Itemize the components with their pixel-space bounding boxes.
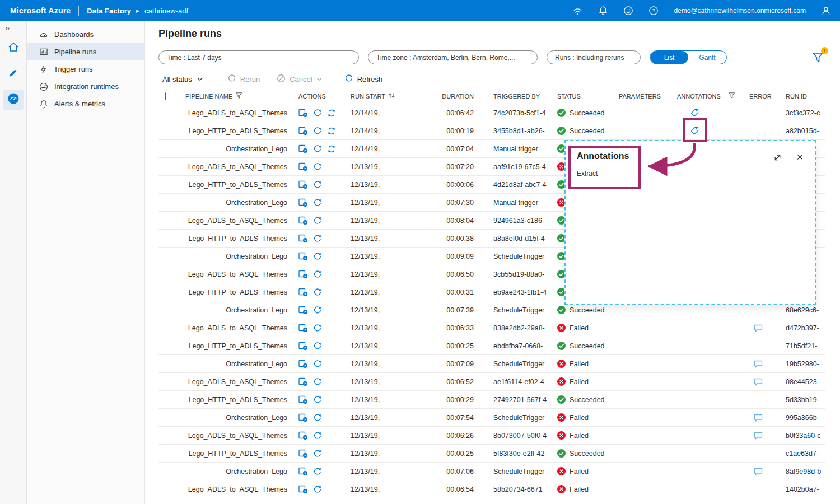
pipeline-name-link[interactable]: Lego_HTTP_to_ADLS_Themes xyxy=(181,181,287,189)
view-activity-runs-icon[interactable] xyxy=(298,144,308,153)
rail-item-home[interactable] xyxy=(3,38,24,58)
rerun-icon[interactable] xyxy=(313,377,322,386)
signal-icon[interactable] xyxy=(572,6,583,15)
rerun-icon[interactable] xyxy=(313,198,322,207)
view-activity-runs-icon[interactable] xyxy=(298,127,308,136)
rerun-icon[interactable] xyxy=(313,449,322,458)
col-triggered-by[interactable]: TRIGGERED BY xyxy=(493,93,540,100)
pipeline-name-link[interactable]: Lego_ADLS_to_ASQL_Themes xyxy=(181,432,287,440)
pipeline-name-link[interactable]: Orchestration_Lego xyxy=(181,145,287,153)
sidebar-item-pipeline-runs[interactable]: Pipeline runs xyxy=(27,43,144,60)
pipeline-name-link[interactable]: Lego_HTTP_to_ADLS_Themes xyxy=(181,235,287,242)
view-activity-runs-icon[interactable] xyxy=(298,449,308,458)
view-activity-runs-icon[interactable] xyxy=(298,413,308,422)
view-activity-runs-icon[interactable] xyxy=(298,109,308,118)
col-run-start[interactable]: RUN START xyxy=(351,93,385,100)
pipeline-name-link[interactable]: Lego_HTTP_to_ADLS_Themes xyxy=(181,396,287,404)
pipeline-name-link[interactable]: Lego_ADLS_to_ASQL_Themes xyxy=(181,324,287,332)
rerun-icon[interactable] xyxy=(313,413,322,422)
pipeline-name-link[interactable]: Orchestration_Lego xyxy=(181,468,287,475)
pipeline-name-link[interactable]: Lego_ADLS_to_ASQL_Themes xyxy=(181,378,287,386)
rerun-icon[interactable] xyxy=(313,234,322,243)
time-filter-pill[interactable]: Time : Last 7 days xyxy=(158,50,359,64)
col-annotations[interactable]: ANNOTATIONS xyxy=(677,93,721,100)
view-activity-runs-icon[interactable] xyxy=(298,324,308,333)
view-activity-runs-icon[interactable] xyxy=(298,270,308,279)
pipeline-name-link[interactable]: Lego_ADLS_to_ASQL_Themes xyxy=(181,486,287,493)
person-icon[interactable] xyxy=(821,6,831,16)
error-comment-icon[interactable] xyxy=(754,324,763,332)
smiley-icon[interactable] xyxy=(623,6,633,16)
pipeline-name-link[interactable]: Orchestration_Lego xyxy=(181,199,287,207)
account-email[interactable]: demo@cathrinewilhelmsen.onmicrosoft.com xyxy=(674,7,806,15)
cancel-button[interactable]: Cancel xyxy=(277,74,321,85)
pipeline-name-link[interactable]: Lego_HTTP_to_ADLS_Themes xyxy=(181,450,287,458)
microsoft-azure-logo[interactable]: Microsoft Azure xyxy=(10,6,71,15)
timezone-filter-pill[interactable]: Time zone : Amsterdam, Berlin, Bern, Rom… xyxy=(368,50,538,64)
consumption-icon[interactable] xyxy=(327,127,336,136)
rerun-icon[interactable] xyxy=(313,216,322,225)
sidebar-item-alerts-metrics[interactable]: Alerts & metrics xyxy=(27,95,144,113)
consumption-icon[interactable] xyxy=(327,109,336,118)
pipeline-name-link[interactable]: Orchestration_Lego xyxy=(181,306,287,314)
status-filter-dropdown[interactable]: All status xyxy=(162,75,203,83)
view-activity-runs-icon[interactable] xyxy=(298,485,308,494)
view-activity-runs-icon[interactable] xyxy=(298,198,308,207)
rerun-icon[interactable] xyxy=(313,127,322,136)
expand-rail-icon[interactable]: » xyxy=(5,23,10,32)
pipeline-name-link[interactable]: Lego_HTTP_to_ADLS_Themes xyxy=(181,127,287,135)
rail-item-monitor[interactable] xyxy=(3,90,24,110)
view-activity-runs-icon[interactable] xyxy=(298,431,308,440)
runs-filter-pill[interactable]: Runs : Including reruns xyxy=(547,50,641,64)
rerun-icon[interactable] xyxy=(313,109,322,118)
sort-icon[interactable] xyxy=(388,92,395,100)
col-parameters[interactable]: PARAMETERS xyxy=(619,93,661,100)
view-activity-runs-icon[interactable] xyxy=(298,360,308,368)
view-activity-runs-icon[interactable] xyxy=(298,288,308,297)
col-error[interactable]: ERROR xyxy=(749,93,772,100)
sidebar-item-dashboards[interactable]: Dashboards xyxy=(27,26,144,43)
view-activity-runs-icon[interactable] xyxy=(298,377,308,386)
rail-item-author[interactable] xyxy=(3,64,24,84)
pipeline-name-link[interactable]: Orchestration_Lego xyxy=(181,414,287,422)
error-comment-icon[interactable] xyxy=(754,414,763,422)
view-activity-runs-icon[interactable] xyxy=(298,180,308,189)
rerun-icon[interactable] xyxy=(313,252,322,261)
rerun-icon[interactable] xyxy=(313,144,322,153)
pipeline-name-link[interactable]: Lego_HTTP_to_ADLS_Themes xyxy=(181,342,287,350)
view-activity-runs-icon[interactable] xyxy=(298,252,308,261)
view-activity-runs-icon[interactable] xyxy=(298,162,308,171)
rerun-icon[interactable] xyxy=(313,342,322,351)
view-toggle-gantt[interactable]: Gantt xyxy=(688,51,726,64)
col-status[interactable]: STATUS xyxy=(557,93,581,100)
col-pipeline-name[interactable]: PIPELINE NAME xyxy=(185,93,232,100)
pipeline-name-link[interactable]: Lego_ADLS_to_ASQL_Themes xyxy=(181,270,287,278)
error-comment-icon[interactable] xyxy=(754,468,763,475)
annotation-tag-icon[interactable] xyxy=(690,127,699,135)
annotation-tag-icon[interactable] xyxy=(690,109,699,117)
col-duration[interactable]: DURATION xyxy=(442,93,474,100)
refresh-button[interactable]: Refresh xyxy=(344,74,383,85)
sidebar-item-integration-runtimes[interactable]: Integration runtimes xyxy=(27,78,144,95)
rerun-icon[interactable] xyxy=(313,360,322,368)
rerun-icon[interactable] xyxy=(313,288,322,297)
pipeline-name-link[interactable]: Orchestration_Lego xyxy=(181,253,287,260)
rerun-icon[interactable] xyxy=(313,162,322,171)
rerun-icon[interactable] xyxy=(313,324,322,333)
view-activity-runs-icon[interactable] xyxy=(298,467,308,476)
pipeline-name-link[interactable]: Lego_ADLS_to_ASQL_Themes xyxy=(181,109,287,117)
consumption-icon[interactable] xyxy=(327,144,336,153)
select-all-checkbox[interactable] xyxy=(165,92,166,100)
pipeline-name-link[interactable]: Orchestration_Lego xyxy=(181,360,287,368)
pipeline-name-link[interactable]: Lego_ADLS_to_ASQL_Themes xyxy=(181,217,287,225)
view-activity-runs-icon[interactable] xyxy=(298,216,308,225)
view-toggle-list[interactable]: List xyxy=(650,51,688,64)
pipeline-name-link[interactable]: Lego_ADLS_to_ASQL_Themes xyxy=(181,163,287,171)
rerun-icon[interactable] xyxy=(313,467,322,476)
close-icon[interactable] xyxy=(796,153,804,162)
rerun-icon[interactable] xyxy=(313,431,322,440)
col-run-id[interactable]: RUN ID xyxy=(786,93,807,100)
sidebar-item-trigger-runs[interactable]: Trigger runs xyxy=(27,60,144,78)
filter-funnel-icon[interactable] xyxy=(235,92,242,100)
view-activity-runs-icon[interactable] xyxy=(298,342,308,351)
